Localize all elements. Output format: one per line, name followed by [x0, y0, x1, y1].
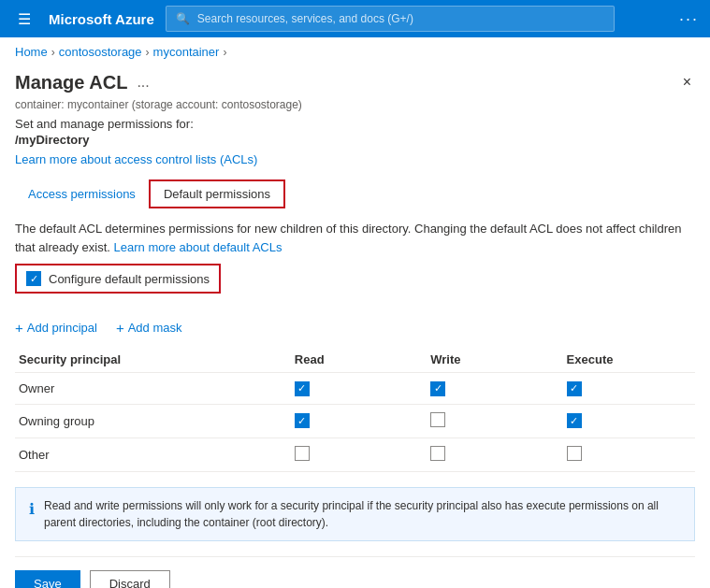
app-title: Microsoft Azure — [49, 11, 154, 27]
row-owning-group-execute[interactable]: ✓ — [559, 404, 695, 437]
row-owning-group-principal: Owning group — [15, 404, 287, 437]
add-principal-label: Add principal — [27, 321, 97, 335]
default-acl-info: The default ACL determines permissions f… — [15, 220, 695, 256]
breadcrumb: Home › contosostorage › mycontainer › — [0, 37, 710, 63]
breadcrumb-home[interactable]: Home — [15, 45, 48, 59]
save-button[interactable]: Save — [15, 570, 80, 589]
tab-bar: Access permissions Default permissions — [15, 179, 695, 208]
checkbox-owner-execute[interactable]: ✓ — [567, 381, 582, 396]
col-write: Write — [423, 347, 558, 373]
discard-button[interactable]: Discard — [90, 570, 170, 589]
row-other-principal: Other — [15, 437, 287, 471]
search-placeholder: Search resources, services, and docs (G+… — [197, 12, 413, 25]
breadcrumb-sep-3: › — [223, 46, 226, 59]
plus-icon-mask: + — [116, 320, 124, 336]
add-mask-label: Add mask — [128, 321, 182, 335]
default-acl-learn-more-link[interactable]: Learn more about default ACLs — [114, 240, 283, 254]
tab-default-permissions[interactable]: Default permissions — [149, 179, 285, 208]
checkbox-other-read[interactable] — [295, 446, 310, 461]
configure-wrapper: ✓ Configure default permissions — [15, 264, 695, 307]
row-other-read[interactable] — [287, 437, 423, 471]
panel-title: Manage ACL — [15, 72, 127, 93]
info-icon: ℹ — [29, 498, 35, 531]
main-panel: Manage ACL ... × container: mycontainer … — [0, 63, 710, 588]
panel-header: Manage ACL ... × — [15, 63, 695, 98]
footer-divider — [15, 556, 695, 557]
checkbox-owner-write[interactable]: ✓ — [430, 381, 445, 396]
row-owner-execute[interactable]: ✓ — [559, 373, 695, 405]
info-banner: ℹ Read and write permissions will only w… — [15, 487, 695, 541]
configure-checkbox[interactable]: ✓ — [26, 271, 41, 286]
col-security-principal: Security principal — [15, 347, 287, 373]
permissions-table: Security principal Read Write Execute Ow… — [15, 347, 695, 472]
checkbox-owning-group-write[interactable] — [430, 412, 445, 427]
footer-row: Save Discard — [15, 570, 695, 589]
topbar: ☰ Microsoft Azure 🔍 Search resources, se… — [0, 0, 710, 37]
info-banner-text: Read and write permissions will only wor… — [44, 497, 681, 531]
row-owning-group-read[interactable]: ✓ — [287, 404, 423, 437]
breadcrumb-mycontainer[interactable]: mycontainer — [153, 45, 220, 59]
table-header: Security principal Read Write Execute — [15, 347, 695, 373]
table-body: Owner ✓ ✓ ✓ Owning group ✓ — [15, 373, 695, 472]
plus-icon-principal: + — [15, 320, 23, 336]
configure-default-permissions-label[interactable]: ✓ Configure default permissions — [15, 264, 221, 294]
checkbox-owner-read[interactable]: ✓ — [295, 381, 310, 396]
row-other-execute[interactable] — [559, 437, 695, 471]
hamburger-icon[interactable]: ☰ — [11, 10, 37, 28]
table-row: Owning group ✓ ✓ — [15, 404, 695, 437]
add-principal-button[interactable]: + Add principal — [15, 320, 97, 336]
tab-access-permissions[interactable]: Access permissions — [15, 179, 149, 208]
more-options-icon[interactable]: ··· — [679, 9, 699, 29]
col-execute: Execute — [559, 347, 695, 373]
panel-ellipsis[interactable]: ... — [137, 74, 149, 91]
search-bar[interactable]: 🔍 Search resources, services, and docs (… — [166, 6, 615, 32]
acl-learn-more-link[interactable]: Learn more about access control lists (A… — [15, 152, 257, 166]
add-mask-button[interactable]: + Add mask — [116, 320, 182, 336]
close-button[interactable]: × — [679, 70, 695, 94]
panel-subtitle: container: mycontainer (storage account:… — [15, 98, 695, 111]
breadcrumb-sep-1: › — [51, 46, 55, 59]
row-owner-read[interactable]: ✓ — [287, 373, 423, 405]
checkbox-owning-group-execute[interactable]: ✓ — [567, 413, 582, 428]
breadcrumb-contosostorage[interactable]: contosostorage — [59, 45, 142, 59]
action-row: + Add principal + Add mask — [15, 320, 695, 336]
row-owner-principal: Owner — [15, 373, 287, 405]
table-row: Other — [15, 437, 695, 471]
checkbox-other-write[interactable] — [430, 446, 445, 461]
col-read: Read — [287, 347, 423, 373]
breadcrumb-sep-2: › — [146, 46, 150, 59]
panel-desc: Set and manage permissions for: — [15, 117, 695, 131]
table-row: Owner ✓ ✓ ✓ — [15, 373, 695, 405]
row-owner-write[interactable]: ✓ — [423, 373, 558, 405]
checkbox-owning-group-read[interactable]: ✓ — [295, 413, 310, 428]
checkbox-other-execute[interactable] — [567, 446, 582, 461]
configure-label-text: Configure default permissions — [49, 272, 210, 286]
search-icon: 🔍 — [176, 12, 190, 25]
row-other-write[interactable] — [423, 437, 558, 471]
panel-path: /myDirectory — [15, 133, 695, 147]
panel-title-row: Manage ACL ... — [15, 72, 150, 93]
row-owning-group-write[interactable] — [423, 404, 558, 437]
